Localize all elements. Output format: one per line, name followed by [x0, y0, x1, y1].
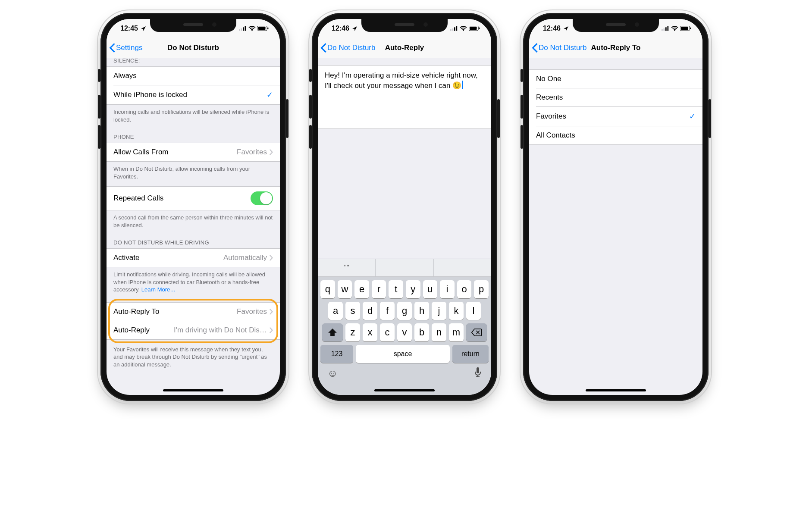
wifi-icon — [248, 26, 256, 31]
key-p[interactable]: p — [474, 280, 489, 298]
nav-bar: Settings Do Not Disturb — [107, 38, 280, 58]
section-footer: Limit notifications while driving. Incom… — [107, 267, 280, 300]
row-auto-reply[interactable]: Auto-Reply I'm driving with Do Not Distu… — [113, 321, 280, 339]
prediction-slot[interactable] — [376, 259, 433, 276]
row-reply-to-option[interactable]: All Contacts — [536, 126, 702, 144]
back-button[interactable]: Do Not Disturb — [532, 38, 586, 58]
nav-bar: Do Not Disturb Auto-Reply To — [529, 38, 702, 58]
key-e[interactable]: e — [354, 280, 369, 298]
prediction-slot[interactable] — [434, 259, 491, 276]
row-repeated-calls[interactable]: Repeated Calls — [107, 187, 280, 210]
svg-rect-2 — [243, 27, 244, 31]
chevron-left-icon — [320, 43, 326, 53]
section-header-driving: DO NOT DISTURB WHILE DRIVING — [107, 235, 280, 248]
back-button[interactable]: Settings — [109, 38, 142, 58]
key-y[interactable]: y — [406, 280, 420, 298]
location-arrow-icon — [563, 26, 569, 31]
return-key[interactable]: return — [452, 345, 489, 363]
svg-rect-16 — [664, 28, 665, 31]
home-indicator[interactable] — [586, 389, 646, 391]
chevron-left-icon — [532, 43, 538, 53]
dictation-key[interactable] — [474, 367, 482, 378]
key-x[interactable]: x — [363, 323, 377, 341]
svg-rect-0 — [239, 29, 240, 31]
section-footer: Incoming calls and notifications will be… — [107, 105, 280, 129]
row-value: I'm driving with Do Not Disturb While Dr… — [174, 326, 267, 335]
key-m[interactable]: m — [449, 323, 464, 341]
key-j[interactable]: j — [432, 302, 446, 320]
row-label: No One — [536, 75, 561, 83]
svg-rect-9 — [454, 27, 455, 31]
key-s[interactable]: s — [345, 302, 360, 320]
svg-rect-17 — [665, 27, 667, 31]
learn-more-link[interactable]: Learn More… — [141, 286, 176, 293]
numbers-key[interactable]: 123 — [320, 345, 353, 363]
back-label: Settings — [116, 44, 142, 52]
auto-reply-text-input[interactable]: Hey! I'm operating a mid-size vehicle ri… — [318, 65, 491, 129]
wifi-icon — [460, 26, 467, 31]
key-z[interactable]: z — [345, 323, 360, 341]
key-h[interactable]: h — [414, 302, 429, 320]
key-b[interactable]: b — [414, 323, 429, 341]
auto-reply-text: Hey! I'm operating a mid-size vehicle ri… — [325, 71, 478, 90]
row-allow-calls-from[interactable]: Allow Calls From Favorites — [107, 143, 280, 161]
page-title: Auto-Reply To — [591, 44, 641, 52]
checkmark-icon: ✓ — [689, 112, 696, 121]
backspace-icon — [471, 329, 482, 336]
key-d[interactable]: d — [363, 302, 377, 320]
keyboard[interactable]: "" qwertyuiop asdfghjkl zxcvbnm — [318, 259, 491, 395]
repeated-calls-switch[interactable] — [251, 191, 273, 205]
shift-key[interactable] — [322, 323, 343, 341]
section-footer: A second call from the same person withi… — [107, 210, 280, 235]
row-reply-to-option[interactable]: Recents — [536, 88, 702, 106]
row-reply-to-option[interactable]: No One — [529, 70, 702, 88]
key-a[interactable]: a — [328, 302, 343, 320]
settings-list[interactable]: SILENCE: Always While iPhone is locked ✓… — [107, 58, 280, 395]
key-w[interactable]: w — [338, 280, 352, 298]
key-f[interactable]: f — [380, 302, 395, 320]
chevron-right-icon — [270, 327, 273, 333]
battery-icon — [257, 26, 269, 31]
home-indicator[interactable] — [163, 389, 223, 391]
cellular-icon — [239, 26, 247, 31]
key-i[interactable]: i — [440, 280, 455, 298]
emoji-key[interactable]: ☺ — [327, 367, 338, 379]
row-activate[interactable]: Activate Automatically — [107, 249, 280, 267]
battery-icon — [680, 26, 691, 31]
svg-rect-6 — [267, 28, 268, 29]
cellular-icon — [662, 26, 669, 31]
row-auto-reply-to[interactable]: Auto-Reply To Favorites — [107, 303, 280, 321]
section-header-silence: SILENCE: — [107, 58, 280, 66]
keyboard-row: qwertyuiop — [318, 277, 491, 298]
home-indicator[interactable] — [374, 389, 435, 391]
backspace-key[interactable] — [466, 323, 487, 341]
back-button[interactable]: Do Not Disturb — [320, 38, 375, 58]
row-silence-locked[interactable]: While iPhone is locked ✓ — [113, 85, 280, 104]
phone-dnd-settings: 12:45 Settings Do Not Disturb SIL — [100, 13, 286, 401]
svg-rect-14 — [477, 367, 479, 373]
key-r[interactable]: r — [372, 280, 386, 298]
row-reply-to-option[interactable]: Favorites✓ — [536, 106, 702, 126]
key-t[interactable]: t — [389, 280, 403, 298]
phone-auto-reply-to: 12:46 Do Not Disturb Auto-Reply To — [523, 13, 709, 401]
key-q[interactable]: q — [320, 280, 335, 298]
prediction-slot[interactable]: "" — [318, 259, 376, 276]
key-g[interactable]: g — [397, 302, 412, 320]
key-u[interactable]: u — [423, 280, 438, 298]
checkmark-icon: ✓ — [267, 90, 273, 100]
key-v[interactable]: v — [397, 323, 412, 341]
key-o[interactable]: o — [457, 280, 472, 298]
battery-icon — [469, 26, 480, 31]
cellular-icon — [450, 26, 458, 31]
key-c[interactable]: c — [380, 323, 395, 341]
svg-rect-15 — [662, 29, 663, 31]
svg-rect-20 — [681, 27, 688, 30]
key-n[interactable]: n — [432, 323, 446, 341]
space-key[interactable]: space — [356, 345, 450, 363]
phone-auto-reply-editor: 12:46 Do Not Disturb Auto-Reply H — [312, 13, 497, 401]
key-k[interactable]: k — [449, 302, 464, 320]
row-silence-always[interactable]: Always — [107, 67, 280, 85]
keyboard-predictions[interactable]: "" — [318, 259, 491, 277]
svg-rect-10 — [456, 26, 458, 31]
key-l[interactable]: l — [466, 302, 481, 320]
